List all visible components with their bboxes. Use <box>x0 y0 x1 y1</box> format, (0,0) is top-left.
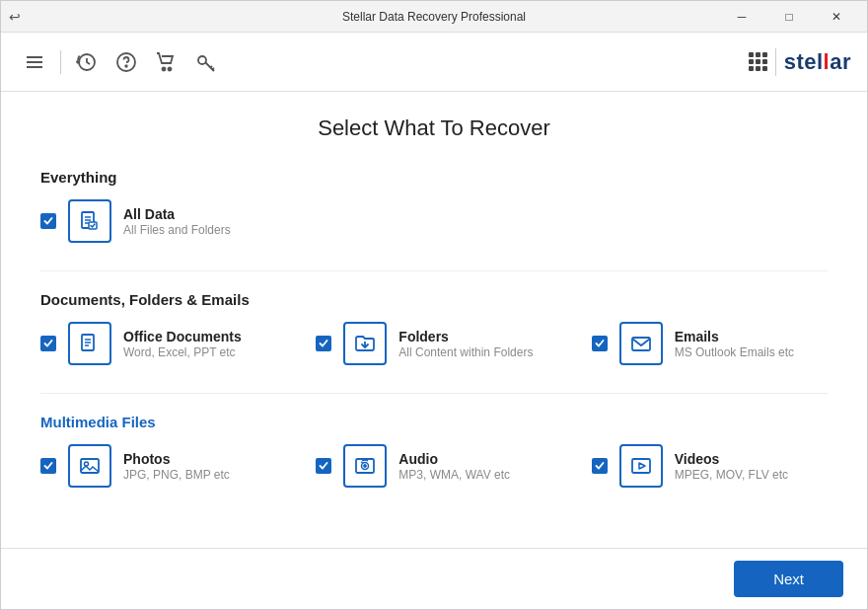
section-multimedia: Multimedia Files Photos <box>40 414 828 488</box>
footer: Next <box>1 548 867 609</box>
logo-text: stellar <box>784 49 851 75</box>
svg-point-7 <box>169 67 172 70</box>
checkbox-emails[interactable] <box>592 336 608 351</box>
emails-label: Emails <box>675 329 794 344</box>
svg-marker-29 <box>639 463 645 469</box>
toolbar-divider <box>60 50 61 74</box>
svg-line-27 <box>361 462 363 463</box>
divider-1 <box>40 270 828 271</box>
toolbar: stellar <box>1 33 867 92</box>
help-icon[interactable] <box>108 44 144 80</box>
photos-desc: JPG, PNG, BMP etc <box>123 468 230 482</box>
title-bar-center: Stellar Data Recovery Professional <box>342 10 526 24</box>
options-row-everything: All Data All Files and Folders <box>40 199 828 243</box>
videos-text: Videos MPEG, MOV, FLV etc <box>675 451 788 482</box>
option-all-data: All Data All Files and Folders <box>40 199 290 243</box>
title-bar-controls: ─ □ ✕ <box>719 1 859 33</box>
emails-desc: MS Outlook Emails etc <box>675 345 794 359</box>
photos-label: Photos <box>123 451 230 467</box>
options-row-multimedia: Photos JPG, PNG, BMP etc <box>40 444 828 488</box>
audio-text: Audio MP3, WMA, WAV etc <box>398 451 510 482</box>
audio-label: Audio <box>398 451 510 467</box>
divider-2 <box>40 393 828 394</box>
office-docs-icon-box <box>68 322 111 365</box>
videos-label: Videos <box>675 451 788 467</box>
folders-label: Folders <box>398 329 533 344</box>
all-data-icon-box <box>68 199 111 243</box>
section-everything: Everything <box>40 169 828 243</box>
option-emails: Emails MS Outlook Emails etc <box>592 322 828 365</box>
option-folders: Folders All Content within Folders <box>316 322 551 365</box>
videos-icon-box <box>619 444 663 488</box>
section-title-documents: Documents, Folders & Emails <box>40 291 828 308</box>
folders-desc: All Content within Folders <box>398 345 533 359</box>
photos-icon-box <box>68 444 111 488</box>
option-photos: Photos JPG, PNG, BMP etc <box>40 444 276 488</box>
option-videos: Videos MPEG, MOV, FLV etc <box>592 444 828 488</box>
all-data-label: All Data <box>123 206 231 222</box>
options-row-documents: Office Documents Word, Excel, PPT etc <box>40 322 828 365</box>
history-icon[interactable] <box>69 44 105 80</box>
app-title: Stellar Data Recovery Professional <box>342 10 526 24</box>
checkbox-all-data[interactable] <box>40 213 56 229</box>
svg-rect-28 <box>632 459 650 473</box>
apps-grid-icon[interactable] <box>749 52 767 71</box>
checkbox-folders[interactable] <box>316 336 331 351</box>
audio-icon-box <box>343 444 387 488</box>
checkbox-all-data-wrapper <box>40 213 56 229</box>
page-title: Select What To Recover <box>40 115 828 141</box>
videos-desc: MPEG, MOV, FLV etc <box>675 468 788 482</box>
svg-rect-21 <box>632 338 650 350</box>
minimize-button[interactable]: ─ <box>719 1 764 33</box>
key-icon[interactable] <box>187 44 223 80</box>
hamburger-icon[interactable] <box>17 44 52 80</box>
toolbar-left <box>17 44 223 80</box>
audio-desc: MP3, WMA, WAV etc <box>398 468 510 482</box>
section-title-multimedia: Multimedia Files <box>40 414 828 430</box>
checkbox-office-docs[interactable] <box>40 336 56 351</box>
folders-text: Folders All Content within Folders <box>398 329 533 359</box>
all-data-desc: All Files and Folders <box>123 223 231 237</box>
main-content: Select What To Recover Everything <box>1 92 867 548</box>
checkbox-photos[interactable] <box>40 458 56 474</box>
toolbar-right: stellar <box>749 48 851 76</box>
checkbox-videos[interactable] <box>592 458 608 474</box>
svg-point-8 <box>198 56 206 64</box>
office-docs-text: Office Documents Word, Excel, PPT etc <box>123 329 242 359</box>
office-docs-label: Office Documents <box>123 329 242 344</box>
svg-point-23 <box>85 462 89 466</box>
folders-icon-box <box>343 322 387 365</box>
office-docs-desc: Word, Excel, PPT etc <box>123 345 242 359</box>
cart-icon[interactable] <box>148 44 183 80</box>
title-bar: ↩ Stellar Data Recovery Professional ─ □… <box>1 1 867 33</box>
maximize-button[interactable]: □ <box>766 1 812 33</box>
stellar-logo: stellar <box>784 49 851 75</box>
next-button[interactable]: Next <box>734 561 843 597</box>
logo-divider <box>775 48 776 76</box>
close-button[interactable]: ✕ <box>814 1 859 33</box>
title-bar-left: ↩ <box>9 8 48 26</box>
back-icon[interactable]: ↩ <box>9 9 21 25</box>
option-office-docs: Office Documents Word, Excel, PPT etc <box>40 322 276 365</box>
section-title-everything: Everything <box>40 169 828 186</box>
emails-icon-box <box>619 322 663 365</box>
emails-text: Emails MS Outlook Emails etc <box>675 329 794 359</box>
option-audio: Audio MP3, WMA, WAV etc <box>316 444 551 488</box>
checkbox-audio[interactable] <box>316 458 331 474</box>
section-documents: Documents, Folders & Emails <box>40 291 828 365</box>
svg-point-26 <box>364 465 366 467</box>
svg-point-6 <box>163 67 166 70</box>
photos-text: Photos JPG, PNG, BMP etc <box>123 451 230 482</box>
svg-point-5 <box>125 65 127 67</box>
all-data-text: All Data All Files and Folders <box>123 206 231 237</box>
